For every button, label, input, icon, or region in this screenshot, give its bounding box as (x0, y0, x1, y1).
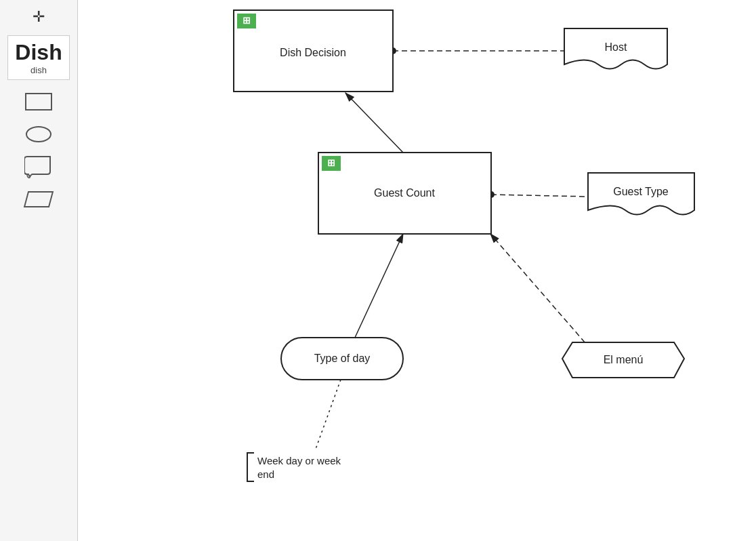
dish-decision-label: Dish Decision (280, 47, 346, 58)
guest-type-label: Guest Type (613, 186, 669, 197)
edge-guest-count-to-type (491, 195, 588, 197)
diagram-svg: ⊞ Dish Decision Host ⊞ Guest Count Guest… (78, 0, 756, 541)
diagram-canvas: ⊞ Dish Decision Host ⊞ Guest Count Guest… (78, 0, 756, 541)
dish-label: Dish (15, 40, 62, 65)
dish-sub-label: dish (30, 65, 47, 75)
guest-count-icon-text: ⊞ (327, 157, 335, 168)
oval-shape (26, 126, 51, 142)
type-of-day-label: Type of day (314, 353, 371, 364)
week-day-note-label2: end (257, 468, 274, 480)
parallelogram-tool[interactable] (22, 188, 55, 210)
oval-tool[interactable] (22, 123, 55, 145)
edge-typeofday-to-guestcount (354, 234, 403, 339)
rectangle-tool[interactable] (22, 91, 55, 113)
dish-decision-icon-text: ⊞ (243, 15, 251, 26)
el-menu-label: El menú (604, 354, 644, 365)
speech-shape (24, 155, 53, 178)
week-day-note-label: Week day or week (257, 455, 341, 466)
toolbar: ✛ Dish dish (0, 0, 78, 541)
cursor-icon: ✛ (33, 9, 45, 24)
rectangle-shape (25, 93, 52, 111)
cursor-tool[interactable]: ✛ (30, 7, 47, 27)
week-day-bracket (247, 453, 254, 481)
host-label: Host (605, 41, 627, 53)
guest-count-label: Guest Count (374, 187, 435, 199)
edge-elmenu-to-guestcount (490, 234, 591, 349)
edge-typeofday-to-note (315, 380, 341, 451)
dish-element[interactable]: Dish dish (7, 35, 69, 80)
edge-guest-count-to-dish (345, 93, 403, 153)
speech-tool[interactable] (22, 156, 55, 178)
parallelogram-shape (24, 191, 54, 207)
